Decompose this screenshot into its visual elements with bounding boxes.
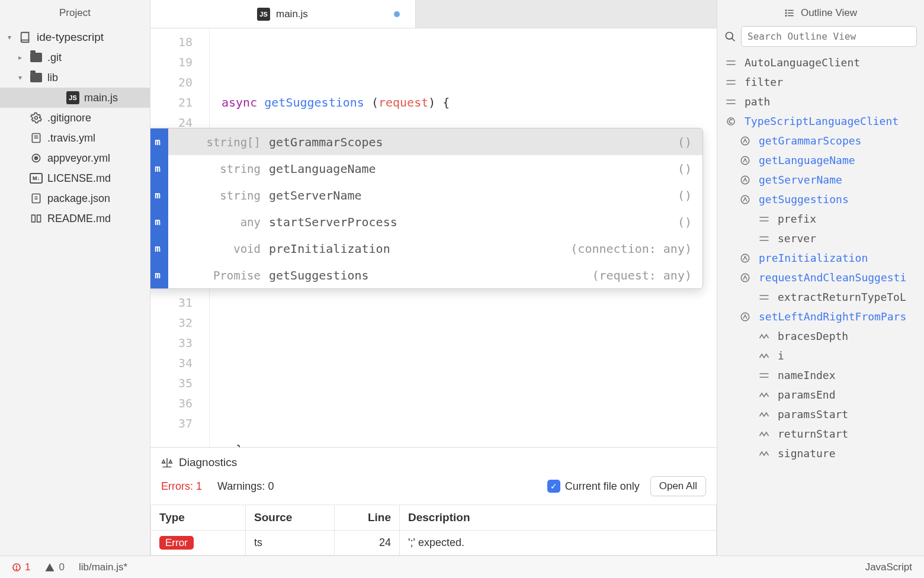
outline-item[interactable]: nameIndex	[717, 365, 924, 385]
js-file-icon: JS	[257, 8, 270, 21]
checkbox-icon: ✓	[547, 480, 560, 493]
status-errors[interactable]: 1	[12, 561, 30, 573]
outline-item[interactable]: paramsEnd	[717, 385, 924, 404]
outline-item[interactable]: getGrammarScopes	[717, 131, 924, 150]
tree-root-label: ide-typescript	[37, 31, 104, 44]
outline-search-input[interactable]	[741, 26, 917, 47]
outline-item[interactable]: returnStart	[717, 424, 924, 444]
search-icon	[724, 31, 736, 43]
outline-label: nameIndex	[778, 369, 836, 381]
outline-label: requestAndCleanSuggesti	[759, 271, 906, 284]
outline-label: returnStart	[778, 428, 848, 440]
outline-header: Outline View	[717, 0, 924, 26]
tree-item[interactable]: .travis.yml	[0, 128, 150, 148]
markdown-icon: M↓	[30, 173, 43, 184]
tree-item[interactable]: JSmain.js	[0, 88, 150, 108]
outline-label: getSuggestions	[759, 193, 849, 205]
autocomplete-item[interactable]: mstringgetLanguageName()	[150, 155, 702, 182]
outline-label: paramsEnd	[778, 388, 836, 401]
outline-item[interactable]: filter	[717, 72, 924, 92]
status-warnings[interactable]: 0	[44, 561, 64, 573]
tree-item[interactable]: package.json	[0, 188, 150, 208]
svg-point-23	[741, 156, 749, 165]
outline-fn-icon	[740, 253, 753, 264]
svg-point-13	[726, 32, 733, 39]
outline-const-icon	[726, 78, 739, 86]
tree-item[interactable]: ▾lib	[0, 68, 150, 88]
svg-point-12	[785, 15, 787, 17]
list-icon	[784, 8, 795, 18]
method-badge-icon: m	[150, 182, 168, 208]
tab-bar: JS main.js	[150, 0, 717, 28]
svg-line-14	[732, 38, 735, 41]
col-desc[interactable]: Description	[400, 505, 717, 531]
tab-label: main.js	[276, 8, 308, 20]
outline-item[interactable]: getSuggestions	[717, 190, 924, 209]
svg-point-11	[785, 12, 787, 14]
tree-item-label: .travis.yml	[47, 132, 95, 144]
scales-icon	[161, 457, 173, 468]
outline-item[interactable]: i	[717, 346, 924, 365]
autocomplete-item[interactable]: mstringgetServerName()	[150, 182, 702, 208]
tree-item[interactable]: .gitignore	[0, 108, 150, 128]
svg-point-24	[741, 176, 749, 184]
autocomplete-popup[interactable]: mstring[]getGrammarScopes()mstringgetLan…	[150, 128, 703, 289]
tree-item-label: LICENSE.md	[47, 172, 111, 185]
autocomplete-item[interactable]: mPromisegetSuggestions(request: any)	[150, 262, 702, 288]
outline-item[interactable]: requestAndCleanSuggesti	[717, 268, 924, 287]
file-type-icon	[30, 152, 43, 165]
chevron-down-icon: ▾	[5, 33, 14, 41]
tree-root[interactable]: ▾ ide-typescript	[0, 27, 150, 47]
autocomplete-item[interactable]: manystartServerProcess()	[150, 208, 702, 235]
outline-item[interactable]: setLeftAndRightFromPars	[717, 307, 924, 326]
outline-item[interactable]: prefix	[717, 209, 924, 229]
outline-item[interactable]: getServerName	[717, 170, 924, 190]
outline-const-icon	[759, 235, 772, 243]
col-line[interactable]: Line	[335, 505, 400, 531]
outline-const-icon	[726, 59, 739, 67]
tab-active[interactable]: JS main.js	[150, 0, 416, 28]
method-badge-icon: m	[150, 235, 168, 262]
svg-point-22	[741, 137, 749, 145]
outline-label: path	[745, 95, 770, 108]
outline-item[interactable]: path	[717, 92, 924, 111]
col-type[interactable]: Type	[151, 505, 246, 531]
outline-item[interactable]: AutoLanguageClient	[717, 53, 924, 72]
autocomplete-item[interactable]: mvoidpreInitialization(connection: any)	[150, 235, 702, 262]
error-badge: Error	[159, 536, 194, 550]
method-badge-icon: m	[150, 262, 168, 288]
current-file-toggle[interactable]: ✓ Current file only	[547, 480, 640, 493]
svg-point-39	[16, 569, 17, 569]
diagnostic-row[interactable]: Errorts24';' expected.	[151, 531, 717, 555]
outline-const-icon	[726, 98, 739, 106]
tree-item[interactable]: M↓LICENSE.md	[0, 168, 150, 188]
diagnostics-counts: Errors: 1 Warnings: 0 ✓ Current file onl…	[150, 476, 717, 505]
outline-fn-icon	[740, 155, 753, 166]
col-source[interactable]: Source	[246, 505, 335, 531]
outline-fn-icon	[740, 175, 753, 185]
outline-item[interactable]: paramsStart	[717, 404, 924, 424]
tree-item[interactable]: appveyor.yml	[0, 148, 150, 168]
editor-body[interactable]: 181920212431323334353637 async getSugges…	[150, 28, 717, 447]
outline-item[interactable]: getLanguageName	[717, 150, 924, 170]
status-language[interactable]: JavaScript	[865, 561, 912, 573]
tree-item[interactable]: ▸.git	[0, 47, 150, 68]
open-all-button[interactable]: Open All	[650, 476, 706, 496]
outline-item[interactable]: TypeScriptLanguageClient	[717, 111, 924, 131]
outline-item[interactable]: server	[717, 229, 924, 248]
outline-item[interactable]: preInitialization	[717, 248, 924, 268]
outline-label: paramsStart	[778, 408, 848, 420]
tree-item-label: README.md	[47, 213, 111, 225]
outline-label: i	[778, 349, 784, 362]
outline-item[interactable]: bracesDepth	[717, 326, 924, 346]
autocomplete-item[interactable]: mstring[]getGrammarScopes()	[150, 129, 702, 155]
main-row: Project ▾ ide-typescript ▸.git▾libJSmain…	[0, 0, 924, 555]
outline-item[interactable]: extractReturnTypeToL	[717, 287, 924, 307]
tree-item[interactable]: README.md	[0, 208, 150, 229]
svg-point-0	[35, 117, 38, 120]
folder-icon	[30, 73, 42, 82]
tree-item-label: appveyor.yml	[47, 152, 110, 165]
method-badge-icon: m	[150, 129, 168, 155]
outline-item[interactable]: signature	[717, 444, 924, 463]
status-file[interactable]: lib/main.js*	[79, 561, 127, 573]
